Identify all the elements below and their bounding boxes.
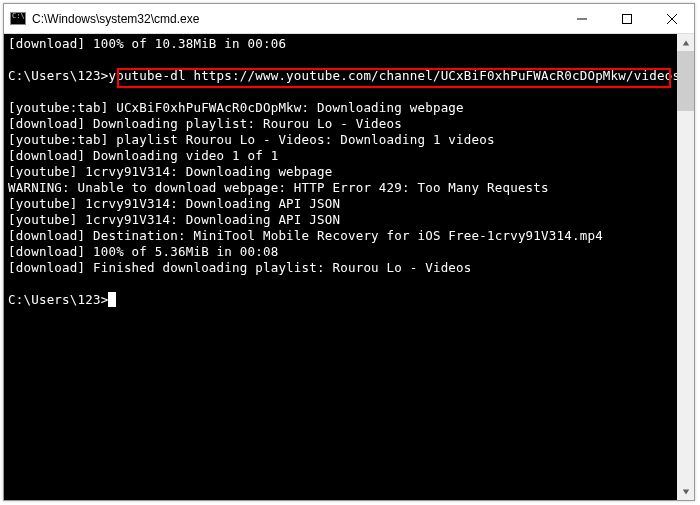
titlebar[interactable]: C:\ C:\Windows\system32\cmd.exe bbox=[4, 4, 694, 34]
terminal-line bbox=[8, 276, 673, 292]
svg-marker-4 bbox=[682, 40, 688, 45]
terminal-line: [download] Downloading playlist: Rourou … bbox=[8, 116, 673, 132]
cmd-icon: C:\ bbox=[10, 12, 26, 26]
terminal-line: C:\Users\123>youtube-dl https://www.yout… bbox=[8, 68, 673, 84]
close-button[interactable] bbox=[649, 4, 694, 33]
terminal-line: [youtube:tab] playlist Rourou Lo - Video… bbox=[8, 132, 673, 148]
maximize-button[interactable] bbox=[604, 4, 649, 33]
terminal-area[interactable]: [download] 100% of 10.38MiB in 00:06 C:\… bbox=[4, 34, 694, 500]
terminal-line: [download] 100% of 5.36MiB in 00:08 bbox=[8, 244, 673, 260]
terminal-line: [download] Downloading video 1 of 1 bbox=[8, 148, 673, 164]
scroll-up-button[interactable] bbox=[677, 34, 694, 51]
terminal-line: [youtube] 1crvy91V314: Downloading API J… bbox=[8, 212, 673, 228]
svg-rect-1 bbox=[622, 14, 631, 23]
terminal-line bbox=[8, 52, 673, 68]
arrow-down-icon bbox=[682, 488, 690, 496]
close-icon bbox=[667, 14, 677, 24]
window-controls bbox=[559, 4, 694, 33]
terminal-line: C:\Users\123> bbox=[8, 292, 673, 308]
terminal-line: [download] 100% of 10.38MiB in 00:06 bbox=[8, 36, 673, 52]
svg-marker-5 bbox=[682, 489, 688, 494]
terminal-line: [download] Finished downloading playlist… bbox=[8, 260, 673, 276]
arrow-up-icon bbox=[682, 39, 690, 47]
terminal-line: [youtube] 1crvy91V314: Downloading webpa… bbox=[8, 164, 673, 180]
terminal-line: [download] Destination: MiniTool Mobile … bbox=[8, 228, 673, 244]
scrollbar[interactable] bbox=[677, 34, 694, 500]
terminal-line: WARNING: Unable to download webpage: HTT… bbox=[8, 180, 673, 196]
maximize-icon bbox=[622, 14, 632, 24]
scroll-thumb[interactable] bbox=[677, 51, 694, 111]
terminal-output: [download] 100% of 10.38MiB in 00:06 C:\… bbox=[8, 36, 690, 308]
terminal-line bbox=[8, 84, 673, 100]
scroll-down-button[interactable] bbox=[677, 483, 694, 500]
terminal-line: [youtube] 1crvy91V314: Downloading API J… bbox=[8, 196, 673, 212]
terminal-line: [youtube:tab] UCxBiF0xhPuFWAcR0cDOpMkw: … bbox=[8, 100, 673, 116]
minimize-button[interactable] bbox=[559, 4, 604, 33]
window-title: C:\Windows\system32\cmd.exe bbox=[32, 12, 559, 26]
minimize-icon bbox=[577, 14, 587, 24]
cmd-window: C:\ C:\Windows\system32\cmd.exe [downloa… bbox=[3, 3, 695, 501]
cursor bbox=[108, 292, 116, 307]
